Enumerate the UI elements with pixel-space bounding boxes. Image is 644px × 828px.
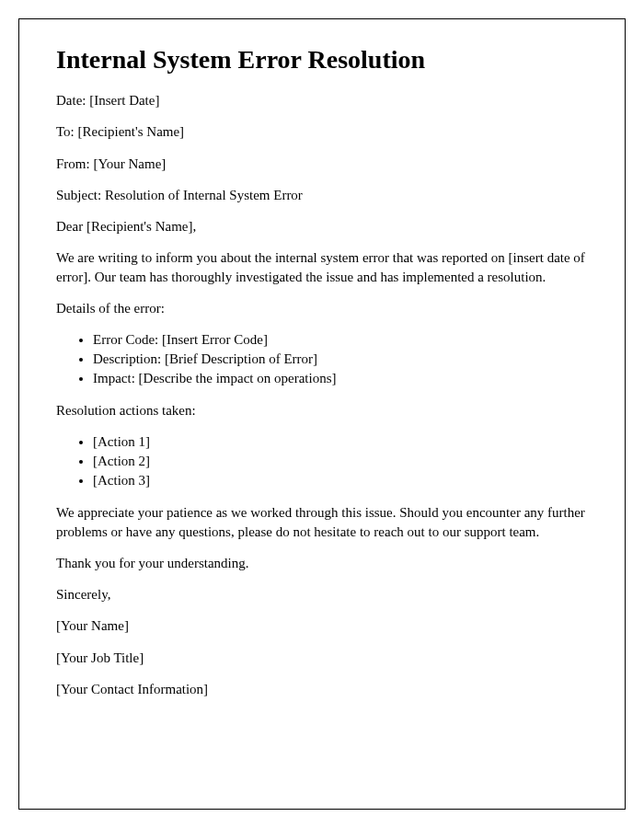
date-line: Date: [Insert Date] <box>56 91 588 109</box>
details-heading: Details of the error: <box>56 299 588 317</box>
list-item: [Action 1] <box>93 432 588 452</box>
sender-name: [Your Name] <box>56 616 588 635</box>
closing-paragraph: We appreciate your patience as we worked… <box>56 503 588 541</box>
sender-title: [Your Job Title] <box>56 649 588 667</box>
list-item: [Action 2] <box>93 452 588 471</box>
list-item: Impact: [Describe the impact on operatio… <box>93 369 588 388</box>
sender-contact: [Your Contact Information] <box>56 680 588 698</box>
document-page: Internal System Error Resolution Date: [… <box>18 18 626 810</box>
list-item: Error Code: [Insert Error Code] <box>93 330 588 350</box>
resolution-actions-list: [Action 1] [Action 2] [Action 3] <box>93 432 588 490</box>
thanks-line: Thank you for your understanding. <box>56 554 588 572</box>
subject-line: Subject: Resolution of Internal System E… <box>56 186 588 204</box>
list-item: [Action 3] <box>93 471 588 490</box>
intro-paragraph: We are writing to inform you about the i… <box>56 248 588 286</box>
to-line: To: [Recipient's Name] <box>56 122 588 141</box>
list-item: Description: [Brief Description of Error… <box>93 350 588 369</box>
salutation: Dear [Recipient's Name], <box>56 217 588 236</box>
signoff: Sincerely, <box>56 585 588 604</box>
resolution-heading: Resolution actions taken: <box>56 401 588 420</box>
document-title: Internal System Error Resolution <box>56 45 588 75</box>
from-line: From: [Your Name] <box>56 155 588 173</box>
error-details-list: Error Code: [Insert Error Code] Descript… <box>93 330 588 388</box>
